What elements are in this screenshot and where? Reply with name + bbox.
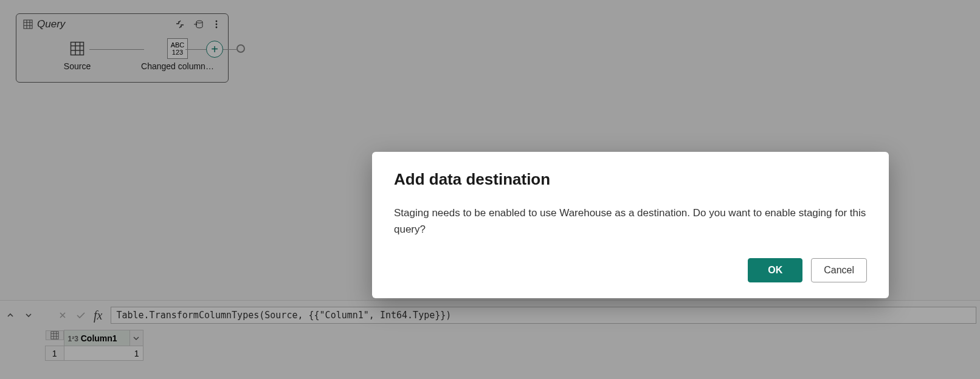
add-data-destination-dialog: Add data destination Staging needs to be… — [372, 152, 889, 298]
cancel-button[interactable]: Cancel — [811, 258, 867, 282]
dialog-title: Add data destination — [394, 170, 867, 189]
dialog-body: Staging needs to be enabled to use Wareh… — [394, 205, 867, 237]
ok-button[interactable]: OK — [748, 258, 802, 282]
dialog-buttons: OK Cancel — [394, 258, 867, 282]
